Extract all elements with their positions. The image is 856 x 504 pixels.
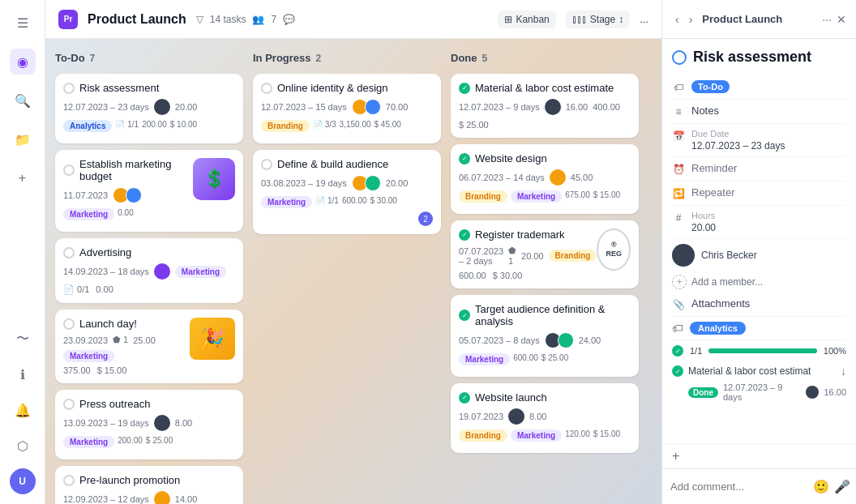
card-amount: 0.00 bbox=[118, 208, 133, 220]
comment-badge: 2 bbox=[418, 211, 433, 226]
subtask-download-icon[interactable]: ↓ bbox=[841, 365, 846, 378]
analytics-icon[interactable]: 〜 bbox=[10, 326, 36, 352]
task-title: Risk assessment bbox=[672, 49, 846, 66]
subtask-row[interactable]: Material & labor cost estimat ↓ bbox=[672, 361, 846, 381]
top-bar-right: ⊞ Kanban ⫿⫿⫿ Stage ↕ ... bbox=[498, 11, 648, 28]
avatar-2 bbox=[365, 99, 381, 115]
card-doc: 📄 0/1 bbox=[63, 284, 89, 295]
card-online-identity[interactable]: Online identity & design 12.07.2023 – 15… bbox=[253, 74, 441, 143]
analytics-tag-btn[interactable]: Analytics bbox=[690, 322, 746, 335]
voice-icon[interactable]: 🎤 bbox=[834, 479, 850, 494]
card-launch-day[interactable]: Launch day! 23.09.2023 ⬟ 1 25.00 Marketi… bbox=[55, 310, 243, 383]
filter-icon[interactable]: ▽ bbox=[196, 14, 203, 25]
card-title-text: Register trademark bbox=[475, 229, 565, 241]
card-status-circle bbox=[63, 247, 75, 258]
card-target-audience[interactable]: Target audience definition & analysis 05… bbox=[451, 295, 639, 377]
home-icon[interactable]: ◉ bbox=[10, 49, 36, 75]
card-title-text: Pre-launch promotion bbox=[79, 474, 180, 486]
add-row-btn[interactable]: + bbox=[662, 443, 856, 468]
card-website-launch[interactable]: Website launch 19.07.2023 8.00 Branding … bbox=[451, 383, 639, 453]
card-avatars bbox=[545, 332, 574, 348]
apps-icon[interactable]: ⬡ bbox=[10, 433, 36, 459]
inprogress-column: In Progress 2 Online identity & design 1… bbox=[253, 49, 441, 494]
card-advertising[interactable]: Advertising 14.09.2023 – 18 days Marketi… bbox=[55, 238, 243, 303]
stage-view-btn[interactable]: ⫿⫿⫿ Stage ↕ bbox=[566, 11, 630, 28]
subtask-meta-row: Done 12.07.2023 – 9 days 16.00 bbox=[672, 381, 846, 407]
panel-notes-row[interactable]: ≡ Notes bbox=[672, 100, 846, 124]
card-title-text: Target audience definition & analysis bbox=[475, 303, 631, 327]
info-icon[interactable]: ℹ bbox=[10, 361, 36, 387]
card-status-circle bbox=[63, 83, 75, 94]
card-date: 12.09.2023 – 12 days bbox=[63, 494, 149, 504]
card-cost-estimate[interactable]: Material & labor cost estimate 12.07.202… bbox=[451, 74, 639, 138]
card-amount: 16.00 bbox=[566, 102, 588, 112]
avatar[interactable]: U bbox=[10, 468, 36, 494]
card-amount3: $ 45.00 bbox=[374, 120, 401, 132]
project-title: Product Launch bbox=[88, 12, 186, 27]
avatar-2 bbox=[365, 175, 381, 191]
card-status-circle bbox=[261, 83, 272, 94]
progress-label: 1/1 bbox=[690, 346, 702, 356]
card-define-audience[interactable]: Define & build audience 03.08.2023 – 19 … bbox=[253, 150, 441, 234]
panel-hours-row[interactable]: # Hours 20.00 bbox=[672, 206, 846, 239]
card-amount3: $ 25.00 bbox=[459, 120, 489, 130]
status-tag[interactable]: To-Do bbox=[691, 80, 730, 93]
panel-nav: ‹ › bbox=[672, 11, 696, 28]
panel-member-row: Chris Becker bbox=[672, 239, 846, 271]
card-status-circle bbox=[459, 83, 470, 94]
card-register-trademark[interactable]: Register trademark 07.07.2023 – 2 days ⬟… bbox=[451, 220, 639, 288]
card-marketing-budget[interactable]: Establish marketing budget 11.07.2023 Ma… bbox=[55, 150, 243, 232]
card-date: 23.09.2023 bbox=[63, 335, 108, 345]
comment-input[interactable] bbox=[670, 481, 807, 493]
card-status-circle bbox=[63, 399, 75, 410]
sort-icon: ↕ bbox=[618, 14, 623, 25]
card-title-text: Website launch bbox=[475, 391, 547, 404]
bell-icon[interactable]: 🔔 bbox=[10, 397, 36, 423]
card-thumbnail-dollar: 💲 bbox=[193, 158, 235, 200]
card-amount2: 375.00 bbox=[63, 365, 91, 375]
add-member-btn[interactable]: + Add a member... bbox=[672, 271, 846, 293]
panel-attachments-row[interactable]: 📎 Attachments bbox=[672, 293, 846, 317]
card-date: 19.07.2023 bbox=[459, 412, 503, 421]
kanban-view-btn[interactable]: ⊞ Kanban bbox=[498, 11, 555, 28]
marketing-tag: Marketing bbox=[261, 196, 312, 208]
left-sidebar: ☰ ◉ 🔍 📁 + 〜 ℹ 🔔 ⬡ U bbox=[0, 0, 45, 504]
add-icon[interactable]: + bbox=[10, 165, 36, 191]
panel-repeater-row[interactable]: 🔁 Repeater bbox=[672, 182, 846, 206]
card-status-circle bbox=[63, 164, 75, 176]
panel-duedate-row[interactable]: 📅 Due Date 12.07.2023 – 23 days bbox=[672, 124, 846, 157]
folder-icon[interactable]: 📁 bbox=[10, 126, 36, 152]
card-press-outreach[interactable]: Press outreach 13.09.2023 – 19 days 8.00… bbox=[55, 390, 243, 459]
search-icon[interactable]: 🔍 bbox=[10, 88, 36, 113]
card-title-text: Define & build audience bbox=[277, 158, 388, 170]
hours-icon: # bbox=[672, 211, 685, 224]
card-status-circle bbox=[459, 153, 470, 164]
card-risk-assessment[interactable]: Risk assessment 12.07.2023 – 23 days 20.… bbox=[55, 74, 243, 143]
right-panel: ‹ › Product Launch ··· ✕ Risk assessment… bbox=[661, 0, 856, 504]
panel-next-btn[interactable]: › bbox=[686, 11, 696, 28]
panel-more-btn[interactable]: ··· bbox=[822, 13, 832, 26]
avatar-2 bbox=[558, 332, 574, 348]
emoji-icon[interactable]: 🙂 bbox=[813, 479, 829, 494]
progress-circle bbox=[672, 345, 683, 357]
card-amount3: $ 30.00 bbox=[370, 196, 397, 208]
more-options-btn[interactable]: ... bbox=[640, 13, 648, 25]
chat-icon[interactable]: 💬 bbox=[283, 14, 295, 25]
card-amount: 25.00 bbox=[133, 335, 156, 345]
panel-close-btn[interactable]: ✕ bbox=[837, 13, 846, 26]
card-date: 03.08.2023 – 19 days bbox=[261, 178, 347, 188]
card-prelaunch[interactable]: Pre-launch promotion 12.09.2023 – 12 day… bbox=[55, 466, 243, 504]
card-avatars bbox=[352, 175, 381, 191]
stage-icon: ⫿⫿⫿ bbox=[572, 14, 587, 25]
hours-label: Hours bbox=[691, 211, 716, 220]
task-status-circle[interactable] bbox=[672, 50, 687, 65]
panel-prev-btn[interactable]: ‹ bbox=[672, 11, 683, 28]
hours-value: 20.00 bbox=[691, 222, 716, 233]
marketing-tag: Marketing bbox=[459, 353, 510, 365]
progress-pct: 100% bbox=[824, 346, 846, 356]
members-icon[interactable]: 👥 bbox=[252, 14, 264, 25]
panel-reminder-row[interactable]: ⏰ Reminder bbox=[672, 157, 846, 182]
card-website-design[interactable]: Website design 06.07.2023 – 14 days 45.0… bbox=[451, 144, 639, 214]
menu-icon[interactable]: ☰ bbox=[10, 10, 36, 36]
notes-label: Notes bbox=[691, 105, 719, 117]
